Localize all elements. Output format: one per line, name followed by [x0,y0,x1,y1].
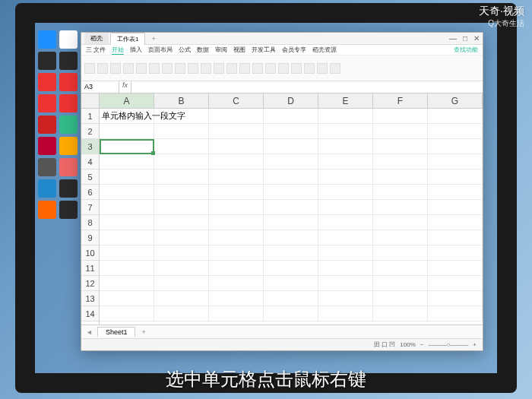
desktop-icon[interactable] [38,73,56,91]
menu-dev[interactable]: 开发工具 [252,46,276,54]
sum-button[interactable] [291,63,302,74]
cell[interactable] [154,276,209,291]
desktop-icon[interactable] [38,179,56,198]
desktop-icon[interactable] [59,116,78,134]
row-header[interactable]: 6 [81,185,99,200]
row-header[interactable]: 1 [81,109,99,124]
cell[interactable] [100,291,154,306]
cell[interactable] [209,169,264,185]
zoom-out-button[interactable]: − [420,341,424,348]
cell[interactable] [100,306,154,321]
view-modes[interactable]: 田 口 凹 [374,340,395,349]
cell[interactable] [428,200,483,215]
col-header[interactable]: F [373,93,428,109]
cell[interactable] [373,109,428,124]
format-painter-button[interactable] [123,63,134,74]
cell[interactable] [318,154,373,169]
cell[interactable] [428,169,483,185]
desktop-icon[interactable] [59,179,78,198]
cell[interactable] [373,230,428,245]
cell[interactable] [154,306,209,321]
cell[interactable] [209,215,264,230]
cell[interactable] [264,109,318,124]
cell[interactable] [318,200,373,215]
cell[interactable] [154,200,209,215]
titlebar[interactable]: 稻壳 工作表1 + — □ ✕ [81,33,483,45]
cell[interactable] [428,261,483,276]
cell[interactable] [373,169,428,185]
cell[interactable] [428,291,483,306]
cell[interactable] [209,139,264,154]
cell[interactable] [264,200,318,215]
menu-insert[interactable]: 插入 [130,46,142,54]
align-center-button[interactable] [226,63,237,74]
row-header[interactable]: 14 [81,306,99,321]
cell[interactable] [154,215,209,230]
desktop-icon[interactable] [59,201,78,219]
col-header[interactable]: C [209,93,264,109]
fx-icon[interactable]: fx [119,81,131,93]
formula-input[interactable] [131,81,483,93]
desktop-icon[interactable] [38,30,56,49]
align-right-button[interactable] [239,63,250,74]
cell[interactable] [373,154,428,169]
menu-review[interactable]: 审阅 [215,46,227,54]
cell[interactable] [373,124,428,139]
cell[interactable] [428,245,483,261]
cell[interactable] [154,154,209,169]
cell[interactable] [209,200,264,215]
desktop-icon[interactable] [59,30,78,49]
search-box[interactable]: 查找功能 [454,46,478,54]
cell[interactable] [428,276,483,291]
cell[interactable] [318,276,373,291]
row-header[interactable]: 8 [81,215,99,230]
desktop-icon[interactable] [38,52,56,70]
cell[interactable] [264,306,318,321]
cell[interactable] [209,185,264,200]
find-button[interactable] [330,63,340,74]
underline-button[interactable] [175,63,185,74]
cell[interactable] [428,154,483,169]
cell[interactable] [100,154,154,169]
desktop-icon[interactable] [38,137,56,155]
cell[interactable] [373,215,428,230]
cell[interactable] [318,261,373,276]
minimize-button[interactable]: — [449,34,457,43]
col-header[interactable]: G [428,93,483,109]
font-button[interactable] [136,63,147,74]
cell[interactable] [100,230,154,245]
sheet-nav-prev[interactable]: ◄ [86,328,93,336]
cell[interactable] [318,245,373,261]
cell[interactable] [264,230,318,245]
align-left-button[interactable] [214,63,224,74]
cell[interactable] [100,124,154,139]
number-format-button[interactable] [278,63,289,74]
cell[interactable] [154,185,209,200]
name-box[interactable]: A3 [81,81,119,93]
cell[interactable] [318,306,373,321]
row-header[interactable]: 11 [81,261,99,276]
cell[interactable] [318,139,373,154]
cell[interactable] [428,230,483,245]
cell[interactable] [318,230,373,245]
cut-button[interactable] [97,63,108,74]
cell[interactable] [373,291,428,306]
cell[interactable] [100,200,154,215]
desktop-icon[interactable] [59,158,78,176]
cell[interactable] [100,169,154,185]
zoom-in-button[interactable]: + [473,341,477,348]
menu-layout[interactable]: 页面布局 [148,46,173,54]
cell[interactable] [154,124,209,139]
desktop-icon[interactable] [38,116,56,134]
cell[interactable] [154,230,209,245]
cell[interactable] [100,276,154,291]
paste-button[interactable] [84,63,95,74]
cell[interactable] [100,245,154,261]
cell[interactable] [318,215,373,230]
cell[interactable] [209,245,264,261]
bold-button[interactable] [149,63,160,74]
desktop-icon[interactable] [59,73,78,91]
cell[interactable] [318,109,373,124]
col-header[interactable]: B [154,93,209,109]
row-header[interactable]: 10 [81,245,99,261]
